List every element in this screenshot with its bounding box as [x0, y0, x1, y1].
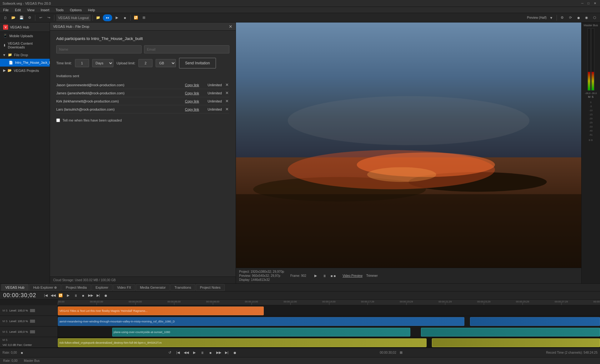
minimize-button[interactable]: ─: [581, 2, 585, 5]
nav-file-drop[interactable]: ▼ 📁 File Drop: [0, 51, 50, 59]
play-btn[interactable]: ▶: [113, 14, 120, 21]
save-btn[interactable]: 💾: [18, 14, 25, 21]
inv-delete-btn-1[interactable]: ✕: [224, 91, 229, 95]
track-content-2[interactable]: aeriol-meandering-river-winding-through-…: [58, 316, 600, 326]
menu-file[interactable]: File: [2, 8, 10, 12]
inv-delete-btn-3[interactable]: ✕: [224, 107, 229, 112]
timeline-controls[interactable]: |◀ ◀◀ 🔁 ▶ ⏸ ■ ▶▶ ▶| ⏺: [42, 292, 109, 299]
preview-settings[interactable]: ▼: [548, 14, 555, 21]
clip-river-2[interactable]: [470, 317, 600, 326]
nav-file-drop-item[interactable]: 📄 Intro_The_House_Jack_built: [0, 59, 50, 67]
menu-tools[interactable]: Tools: [54, 8, 65, 12]
tl-next-frame[interactable]: ▶▶: [88, 292, 94, 299]
settings-btn[interactable]: ⚙: [26, 14, 33, 21]
track-content-1[interactable]: VEGAS Titles & Text Let this river flowb…: [58, 305, 600, 316]
name-input[interactable]: [56, 45, 142, 53]
toggle-btn[interactable]: ●●: [103, 14, 112, 21]
email-input[interactable]: [144, 45, 229, 53]
tab-transitions[interactable]: Transitions: [170, 284, 195, 291]
track-expand-2[interactable]: [30, 320, 35, 323]
grid-btn[interactable]: ⊞: [141, 14, 148, 21]
inv-delete-btn-0[interactable]: ✕: [224, 82, 229, 87]
track-expand-1[interactable]: [30, 309, 35, 312]
copy-link-btn-0[interactable]: Copy link: [185, 83, 199, 87]
loop2-btn[interactable]: ↺: [167, 350, 173, 356]
sync-btn[interactable]: ⟳: [567, 14, 574, 21]
render-btn[interactable]: ◉: [583, 14, 590, 21]
track-content-3[interactable]: plane-using-over-countryside-at-sunset_1…: [58, 327, 600, 337]
next-marker[interactable]: ▶|: [224, 350, 230, 356]
folder-btn[interactable]: 📁: [95, 14, 102, 21]
track-content-4[interactable]: rick-fulton-elited_cryptopunk-decentrali…: [58, 337, 600, 347]
window-controls[interactable]: ─ □ ✕: [581, 2, 598, 5]
preview-tabs[interactable]: Video Preview Trimmer: [342, 274, 378, 277]
pause2[interactable]: ⏸: [199, 350, 206, 356]
video-preview-tab[interactable]: Video Preview: [342, 274, 362, 277]
send-invitation-button[interactable]: Send Invitation: [179, 58, 216, 68]
next-frame2[interactable]: ▶▶: [216, 350, 222, 356]
stop-btn[interactable]: ■: [122, 14, 128, 21]
prev-marker[interactable]: |◀: [175, 350, 181, 356]
tl-stop[interactable]: ■: [80, 292, 86, 299]
undo-btn[interactable]: ↩: [37, 14, 44, 21]
record2[interactable]: ⏺: [232, 350, 238, 356]
preview-play-btn[interactable]: ▶: [312, 273, 319, 279]
playback-buttons[interactable]: ▶ ⏸ ■ ■: [312, 273, 336, 279]
tl-loop[interactable]: 🔁: [58, 292, 64, 299]
clip-river[interactable]: aeriol-meandering-river-winding-through-…: [58, 317, 464, 326]
tab-video-fx[interactable]: Video FX: [113, 284, 135, 291]
tell-me-checkbox[interactable]: [56, 118, 60, 122]
new-btn[interactable]: 🗋: [2, 14, 9, 21]
clip-audio-2[interactable]: [432, 338, 600, 347]
menu-insert[interactable]: Insert: [39, 8, 51, 12]
preview-stop-btn[interactable]: ■ ■: [330, 273, 336, 279]
stop2[interactable]: ■: [208, 350, 214, 356]
copy-link-btn-2[interactable]: Copy link: [185, 99, 199, 103]
close-panel-button[interactable]: ✕: [229, 24, 232, 29]
copy-link-btn-3[interactable]: Copy link: [185, 107, 199, 111]
loop-btn[interactable]: 🔁: [132, 14, 139, 21]
time-limit-input[interactable]: [75, 59, 89, 67]
menu-edit[interactable]: Edit: [14, 8, 22, 12]
upload-limit-select[interactable]: GB MB TB: [156, 59, 176, 67]
tl-go-start[interactable]: |◀: [42, 292, 49, 299]
clip-plane-2[interactable]: [421, 328, 600, 337]
tl-pause[interactable]: ⏸: [72, 292, 79, 299]
menu-view[interactable]: View: [26, 8, 36, 12]
clip-vegas-titles[interactable]: VEGAS Titles & Text Let this river flowb…: [58, 307, 264, 315]
open-btn[interactable]: 📂: [10, 14, 17, 21]
copy-link-btn-1[interactable]: Copy link: [185, 91, 199, 95]
export-btn[interactable]: ⬡: [591, 14, 598, 21]
tl-prev-frame[interactable]: ◀◀: [50, 292, 56, 299]
trimmer-tab[interactable]: Trimmer: [366, 274, 378, 277]
play2[interactable]: ▶: [191, 350, 198, 356]
menu-options[interactable]: Options: [69, 8, 83, 12]
tl-play[interactable]: ▶: [65, 292, 71, 299]
maximize-button[interactable]: □: [588, 2, 591, 5]
clip-audio-1[interactable]: rick-fulton-elited_cryptopunk-decentrali…: [58, 338, 427, 347]
prev-frame2[interactable]: ◀◀: [183, 350, 189, 356]
redo-btn[interactable]: ↪: [45, 14, 52, 21]
nav-content-downloads[interactable]: ⬇ VEGAS Content Downloads: [0, 40, 50, 51]
inv-delete-btn-2[interactable]: ✕: [224, 99, 229, 103]
tl-go-end[interactable]: ▶|: [95, 292, 101, 299]
upload-limit-input[interactable]: [138, 59, 152, 67]
tab-project-notes[interactable]: Project Notes: [196, 284, 225, 291]
snap-btn[interactable]: ■: [19, 350, 25, 356]
tl-record[interactable]: ⏺: [102, 292, 109, 299]
close-button[interactable]: ✕: [594, 2, 598, 5]
tab-vegas-hub[interactable]: VEGAS Hub: [1, 284, 28, 291]
record-btn[interactable]: ⏺: [575, 14, 582, 21]
nav-vegas-projects[interactable]: ▶ 📂 VEGAS Projects: [0, 67, 50, 74]
preview-pause-btn[interactable]: ⏸: [321, 273, 328, 279]
tab-project-media[interactable]: Project Media: [62, 284, 91, 291]
timecode-edit[interactable]: ⊞: [398, 350, 404, 356]
time-limit-select[interactable]: Days Hours Weeks: [92, 59, 113, 67]
tab-explorer[interactable]: Explorer: [92, 284, 112, 291]
menu-help[interactable]: Help: [87, 8, 96, 12]
tab-hub-explorer[interactable]: Hub Explorer ⊕: [29, 284, 61, 291]
clip-plane[interactable]: plane-using-over-countryside-at-sunset_1…: [112, 328, 410, 337]
nav-mobile-uploads[interactable]: 📱 Mobile Uploads: [0, 32, 50, 40]
tab-media-generator[interactable]: Media Generator: [136, 284, 170, 291]
track-expand-3[interactable]: [30, 330, 35, 333]
